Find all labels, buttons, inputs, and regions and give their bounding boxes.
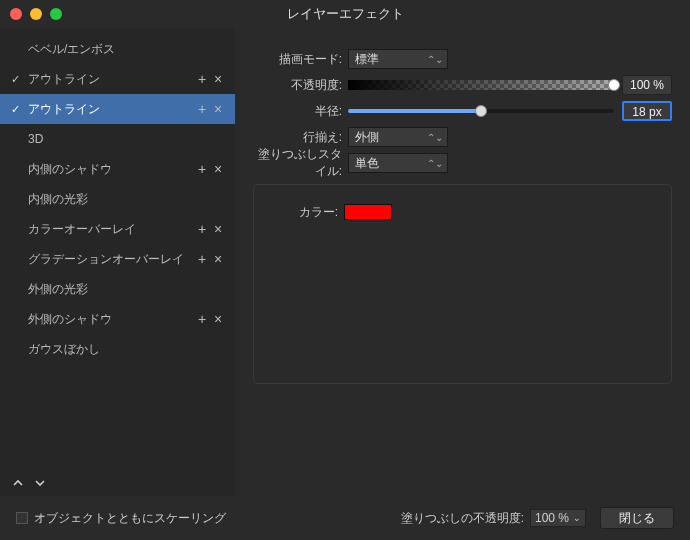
effects-sidebar: ベベル/エンボス✓アウトライン+×✓アウトライン+×3D内側のシャドウ+×内側の…	[0, 28, 235, 496]
move-down-button[interactable]	[32, 475, 48, 491]
effect-label: カラーオーバーレイ	[24, 221, 195, 238]
effect-label: 外側の光彩	[24, 281, 225, 298]
close-button[interactable]: 閉じる	[600, 507, 674, 529]
effect-label: ベベル/エンボス	[24, 41, 225, 58]
effect-checkbox[interactable]: ✓	[6, 73, 24, 86]
effect-label: グラデーションオーバーレイ	[24, 251, 195, 268]
opacity-value[interactable]: 100 %	[622, 75, 672, 95]
chevron-updown-icon: ⌃⌄	[427, 132, 443, 143]
effect-row[interactable]: 外側の光彩	[0, 274, 235, 304]
titlebar: レイヤーエフェクト	[0, 0, 690, 28]
fill-opacity-stepper[interactable]: 100 % ⌄	[530, 509, 586, 527]
radius-value[interactable]: 18 px	[622, 101, 672, 121]
remove-effect-icon[interactable]: ×	[211, 72, 225, 86]
effect-row[interactable]: 3D	[0, 124, 235, 154]
fill-style-label: 塗りつぶしスタイル:	[253, 146, 348, 180]
add-effect-icon[interactable]: +	[195, 102, 209, 116]
add-effect-icon[interactable]: +	[195, 222, 209, 236]
effect-settings-panel: 描画モード: 標準 ⌃⌄ 不透明度: 100 %	[235, 28, 690, 496]
layer-effects-window: レイヤーエフェクト ベベル/エンボス✓アウトライン+×✓アウトライン+×3D内側…	[0, 0, 690, 540]
window-title: レイヤーエフェクト	[0, 5, 690, 23]
radius-label: 半径:	[253, 103, 348, 120]
move-up-button[interactable]	[10, 475, 26, 491]
alignment-value: 外側	[355, 129, 379, 146]
effect-row[interactable]: ガウスぼかし	[0, 334, 235, 364]
chevron-down-icon: ⌄	[573, 513, 581, 523]
sidebar-reorder-controls	[0, 470, 235, 496]
remove-effect-icon[interactable]: ×	[211, 162, 225, 176]
remove-effect-icon[interactable]: ×	[211, 252, 225, 266]
remove-effect-icon[interactable]: ×	[211, 222, 225, 236]
blend-mode-value: 標準	[355, 51, 379, 68]
footer: オブジェクトとともにスケーリング 塗りつぶしの不透明度: 100 % ⌄ 閉じる	[0, 496, 690, 540]
opacity-slider-knob[interactable]	[608, 79, 620, 91]
chevron-updown-icon: ⌃⌄	[427, 54, 443, 65]
add-effect-icon[interactable]: +	[195, 252, 209, 266]
effect-row[interactable]: 内側のシャドウ+×	[0, 154, 235, 184]
blend-mode-label: 描画モード:	[253, 51, 348, 68]
effect-label: 外側のシャドウ	[24, 311, 195, 328]
color-well[interactable]	[344, 204, 392, 220]
effect-label: 3D	[24, 132, 225, 146]
radius-slider-knob[interactable]	[475, 105, 487, 117]
effect-row[interactable]: ✓アウトライン+×	[0, 94, 235, 124]
effect-row[interactable]: グラデーションオーバーレイ+×	[0, 244, 235, 274]
add-effect-icon[interactable]: +	[195, 312, 209, 326]
effect-row[interactable]: カラーオーバーレイ+×	[0, 214, 235, 244]
effect-ops: +×	[195, 312, 225, 326]
window-body: ベベル/エンボス✓アウトライン+×✓アウトライン+×3D内側のシャドウ+×内側の…	[0, 28, 690, 496]
effect-label: 内側のシャドウ	[24, 161, 195, 178]
effect-checkbox[interactable]: ✓	[6, 103, 24, 116]
effect-row[interactable]: ベベル/エンボス	[0, 34, 235, 64]
opacity-label: 不透明度:	[253, 77, 348, 94]
fill-opacity-value: 100 %	[535, 511, 569, 525]
effect-label: アウトライン	[24, 71, 195, 88]
remove-effect-icon[interactable]: ×	[211, 312, 225, 326]
effects-list: ベベル/エンボス✓アウトライン+×✓アウトライン+×3D内側のシャドウ+×内側の…	[0, 28, 235, 470]
settings-form: 描画モード: 標準 ⌃⌄ 不透明度: 100 %	[253, 46, 672, 384]
scale-with-object-checkbox[interactable]: オブジェクトとともにスケーリング	[16, 510, 226, 527]
opacity-slider[interactable]	[348, 79, 614, 91]
effect-ops: +×	[195, 162, 225, 176]
remove-effect-icon[interactable]: ×	[211, 102, 225, 116]
chevron-updown-icon: ⌃⌄	[427, 158, 443, 169]
fill-settings-panel: カラー:	[253, 184, 672, 384]
add-effect-icon[interactable]: +	[195, 72, 209, 86]
blend-mode-select[interactable]: 標準 ⌃⌄	[348, 49, 448, 69]
alignment-select[interactable]: 外側 ⌃⌄	[348, 127, 448, 147]
close-button-label: 閉じる	[619, 510, 655, 527]
color-label: カラー:	[264, 204, 344, 221]
radius-slider[interactable]	[348, 105, 614, 117]
effect-row[interactable]: 外側のシャドウ+×	[0, 304, 235, 334]
effect-ops: +×	[195, 102, 225, 116]
effect-label: ガウスぼかし	[24, 341, 225, 358]
checkbox-icon	[16, 512, 28, 524]
add-effect-icon[interactable]: +	[195, 162, 209, 176]
effect-ops: +×	[195, 252, 225, 266]
fill-opacity-label: 塗りつぶしの不透明度:	[401, 510, 524, 527]
effect-row[interactable]: 内側の光彩	[0, 184, 235, 214]
effect-row[interactable]: ✓アウトライン+×	[0, 64, 235, 94]
fill-style-select[interactable]: 単色 ⌃⌄	[348, 153, 448, 173]
scale-with-object-label: オブジェクトとともにスケーリング	[34, 510, 226, 527]
effect-ops: +×	[195, 222, 225, 236]
fill-style-value: 単色	[355, 155, 379, 172]
alignment-label: 行揃え:	[253, 129, 348, 146]
effect-label: 内側の光彩	[24, 191, 225, 208]
effect-ops: +×	[195, 72, 225, 86]
effect-label: アウトライン	[24, 101, 195, 118]
